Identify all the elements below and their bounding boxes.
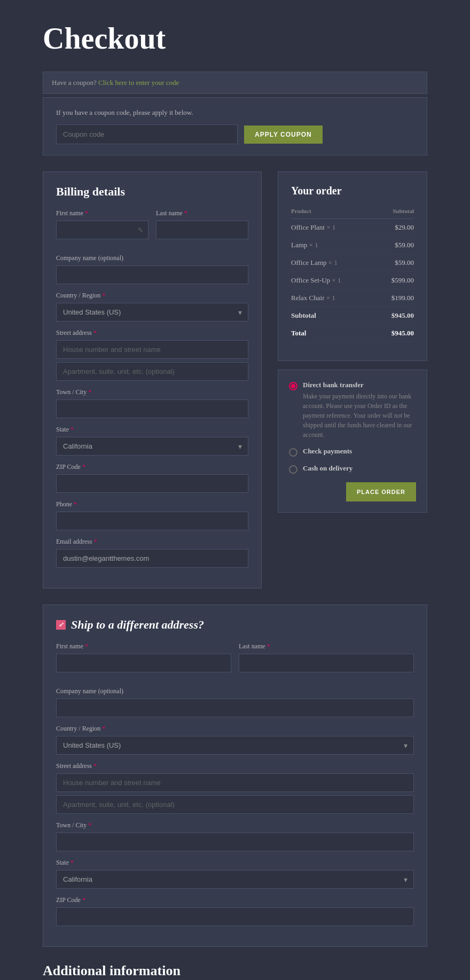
order-item-price: $59.00: [375, 237, 414, 254]
ship-street-label: Street address *: [56, 762, 414, 770]
ship-state-group: State * California: [56, 859, 414, 889]
coupon-banner-link[interactable]: Click here to enter your code: [98, 79, 179, 87]
country-label: Country / Region *: [56, 292, 248, 300]
state-select[interactable]: California: [56, 437, 248, 456]
ship-title: Ship to a different address?: [56, 618, 414, 632]
subtotal-value: $945.00: [375, 307, 414, 325]
order-item-row: Office Lamp × 1 $59.00: [291, 254, 414, 272]
ship-zip-group: ZIP Code *: [56, 896, 414, 926]
street-label: Street address *: [56, 329, 248, 337]
col-product: Product: [291, 206, 375, 219]
country-select[interactable]: United States (US): [56, 303, 248, 322]
coupon-box: If you have a coupon code, please apply …: [43, 97, 427, 155]
additional-title: Additional information: [43, 963, 427, 979]
ship-checkbox[interactable]: [56, 620, 66, 630]
ship-last-name-input[interactable]: [239, 654, 414, 672]
billing-section: Billing details First name * ✎ Last name: [43, 171, 262, 589]
ship-country-select[interactable]: United States (US): [56, 736, 414, 755]
first-name-input-wrapper: ✎: [56, 221, 148, 239]
order-table: Product Subtotal Office Plant × 1 $29.00…: [291, 206, 414, 342]
state-select-wrapper: California: [56, 437, 248, 456]
main-grid: Billing details First name * ✎ Last name: [43, 171, 427, 589]
payment-label-direct_bank: Direct bank transfer: [303, 381, 416, 389]
company-input[interactable]: [56, 265, 248, 284]
phone-label: Phone *: [56, 500, 248, 508]
street2-input[interactable]: [56, 362, 248, 381]
order-item-row: Lamp × 1 $59.00: [291, 237, 414, 254]
payment-option-direct_bank[interactable]: Direct bank transfer Make your payment d…: [289, 381, 416, 440]
zip-input[interactable]: [56, 474, 248, 493]
radio-check[interactable]: [289, 448, 297, 457]
city-group: Town / City *: [56, 388, 248, 418]
street-group: Street address *: [56, 329, 248, 381]
ship-city-label: Town / City *: [56, 821, 414, 829]
order-panel: Your order Product Subtotal Office Plant…: [278, 171, 427, 361]
payment-label-cash: Cash on delivery: [303, 464, 352, 473]
first-name-label: First name *: [56, 209, 148, 217]
ship-zip-label: ZIP Code *: [56, 896, 414, 904]
city-input[interactable]: [56, 399, 248, 418]
order-item-price: $599.00: [375, 272, 414, 289]
payment-box: Direct bank transfer Make your payment d…: [278, 370, 427, 513]
first-name-input[interactable]: [56, 221, 148, 239]
email-label: Email address *: [56, 538, 248, 546]
ship-state-select[interactable]: California: [56, 870, 414, 889]
last-name-input[interactable]: [156, 221, 248, 239]
last-name-group: Last name *: [156, 209, 248, 239]
coupon-row: APPLY COUPON: [56, 124, 414, 144]
payment-label-check: Check payments: [303, 447, 352, 456]
ship-company-group: Company name (optional): [56, 687, 414, 717]
street-input[interactable]: [56, 340, 248, 359]
first-name-group: First name * ✎: [56, 209, 148, 239]
ship-city-input[interactable]: [56, 833, 414, 851]
order-item-name: Relax Chair × 1: [291, 289, 375, 307]
ship-country-group: Country / Region * United States (US): [56, 725, 414, 755]
payment-option-check[interactable]: Check payments: [289, 447, 416, 457]
company-group: Company name (optional): [56, 254, 248, 284]
ship-zip-input[interactable]: [56, 907, 414, 926]
payment-option-cash[interactable]: Cash on delivery: [289, 464, 416, 474]
radio-cash[interactable]: [289, 465, 297, 474]
required-star: *: [85, 209, 88, 217]
ship-country-select-wrapper: United States (US): [56, 736, 414, 755]
coupon-input[interactable]: [56, 124, 238, 144]
state-group: State * California: [56, 426, 248, 456]
order-item-name: Office Lamp × 1: [291, 254, 375, 272]
order-item-name: Office Plant × 1: [291, 219, 375, 237]
place-order-button[interactable]: PLACE ORDER: [346, 482, 416, 501]
apply-coupon-button[interactable]: APPLY COUPON: [244, 126, 323, 144]
ship-first-name-input[interactable]: [56, 654, 231, 672]
ship-state-select-wrapper: California: [56, 870, 414, 889]
ship-last-name-label: Last name *: [239, 642, 414, 650]
radio-direct_bank[interactable]: [289, 382, 297, 390]
country-group: Country / Region * United States (US): [56, 292, 248, 322]
ship-street2-input[interactable]: [56, 795, 414, 814]
coupon-banner: Have a coupon? Click here to enter your …: [43, 72, 427, 94]
ship-section: Ship to a different address? First name …: [43, 605, 427, 947]
ship-street-group: Street address *: [56, 762, 414, 814]
total-value: $945.00: [375, 325, 414, 342]
ship-street-input[interactable]: [56, 773, 414, 792]
additional-section: Additional information Order notes (opti…: [43, 963, 427, 980]
ship-city-group: Town / City *: [56, 821, 414, 851]
payment-desc-direct_bank: Make your payment directly into our bank…: [303, 391, 416, 440]
order-item-price: $199.00: [375, 289, 414, 307]
email-input[interactable]: [56, 549, 248, 568]
order-item-row: Office Plant × 1 $29.00: [291, 219, 414, 237]
company-label: Company name (optional): [56, 254, 248, 262]
city-label: Town / City *: [56, 388, 248, 396]
order-item-name: Office Set-Up × 1: [291, 272, 375, 289]
page-title: Checkout: [43, 21, 427, 56]
required-star2: *: [184, 209, 187, 217]
col-subtotal: Subtotal: [375, 206, 414, 219]
ship-company-input[interactable]: [56, 699, 414, 717]
order-item-price: $29.00: [375, 219, 414, 237]
ship-first-name-group: First name *: [56, 642, 231, 672]
phone-input[interactable]: [56, 512, 248, 530]
coupon-box-text: If you have a coupon code, please apply …: [56, 108, 414, 117]
subtotal-label: Subtotal: [291, 307, 375, 325]
total-label: Total: [291, 325, 375, 342]
country-select-wrapper: United States (US): [56, 303, 248, 322]
ship-company-label: Company name (optional): [56, 687, 414, 695]
ship-first-name-label: First name *: [56, 642, 231, 650]
